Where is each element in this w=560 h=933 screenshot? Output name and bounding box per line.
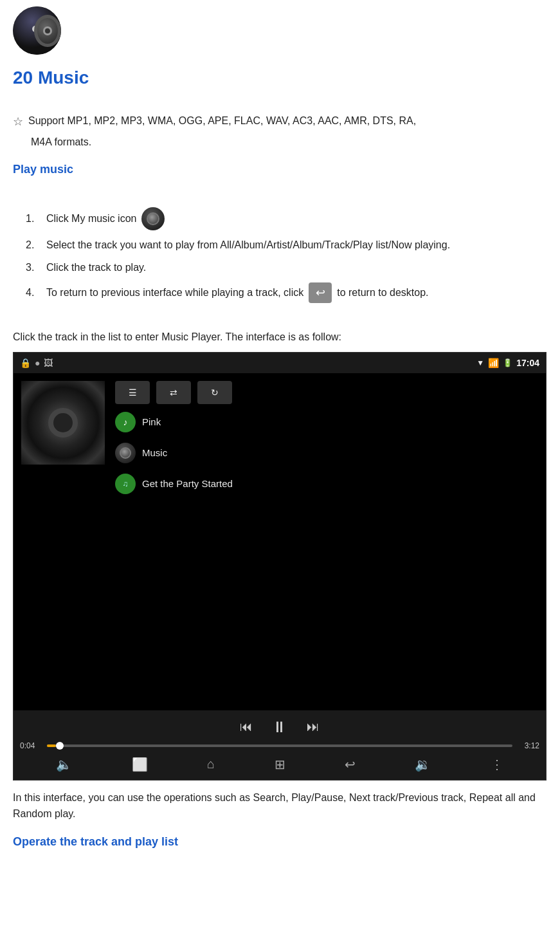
time-total: 3:12 [518,741,539,750]
player-screenshot: 🔒 ● 🖼 ▼ 📶 🔋 17:04 ☰ ⇄ [13,352,546,781]
track-label-party: Get the Party Started [142,478,233,489]
step2-text: Select the track you want to play from A… [46,237,450,254]
dot-icon: ● [35,358,40,368]
step3-text: Click the track to play. [46,259,146,276]
track-icon-party: ♫ [115,474,136,494]
lock-icon: 🔒 [20,358,31,368]
status-bar-right: ▼ 📶 🔋 17:04 [476,358,539,368]
track-icon-music [115,443,136,463]
transport-controls: ⏮ ⏸ ⏭ [14,716,546,740]
list-button[interactable]: ☰ [115,381,150,404]
volume-up-icon[interactable]: 🔉 [415,757,431,772]
status-icons: 🔒 ● 🖼 [20,358,53,368]
home-icon[interactable]: ⌂ [207,757,215,771]
track-row-pink[interactable]: ♪ Pink [115,409,538,435]
shuffle-icon: ⇄ [170,387,177,398]
progress-thumb[interactable] [56,742,64,750]
interface-intro-text: Click the track in the list to enter Mus… [13,329,547,346]
back-button-icon: ↩ [309,282,332,303]
prev-track-button[interactable]: ⏮ [240,719,253,734]
operate-heading: Operate the track and play list [13,835,547,849]
step-1: 1. Click My music icon [26,207,547,230]
signal-icon: 📶 [488,358,499,368]
step4-text: To return to previous interface while pl… [46,284,303,301]
progress-bar[interactable] [47,744,512,747]
repeat-icon: ↻ [211,387,219,398]
step-2: 2. Select the track you want to play fro… [26,237,547,254]
track-row-music[interactable]: Music [115,440,538,466]
wifi-icon: ▼ [476,358,484,367]
play-music-heading: Play music [13,163,547,176]
star-icon: ☆ [13,113,23,131]
image-icon: 🖼 [44,358,53,368]
status-bar-left: 🔒 ● 🖼 [20,358,53,368]
time-elapsed: 0:04 [20,741,42,750]
volume-down-icon[interactable]: 🔈 [56,757,72,772]
track-label-music: Music [142,447,167,458]
player-controls-top: ☰ ⇄ ↻ [115,381,538,404]
step1-text: Click My music icon [46,210,136,227]
logo-icon [13,6,547,55]
more-icon[interactable]: ⋮ [491,757,503,772]
system-nav: 🔈 ⬜ ⌂ ⊞ ↩ 🔉 ⋮ [14,752,546,777]
support-formats: ☆ Support MP1, MP2, MP3, WMA, OGG, APE, … [13,113,547,148]
track-label-pink: Pink [142,416,161,427]
progress-fill [47,744,56,747]
screen-icon[interactable]: ⊞ [275,757,285,772]
player-content: ☰ ⇄ ↻ ♪ Pink Music [14,373,546,504]
shuffle-button[interactable]: ⇄ [156,381,191,404]
next-track-button[interactable]: ⏭ [307,719,320,734]
status-bar: 🔒 ● 🖼 ▼ 📶 🔋 17:04 [14,353,546,373]
window-icon[interactable]: ⬜ [132,757,148,772]
pause-button[interactable]: ⏸ [272,718,287,736]
formats-line2: M4A formats. [31,136,547,148]
party-note-icon: ♫ [123,479,129,488]
support-text: Support MP1, MP2, MP3, WMA, OGG, APE, FL… [28,113,416,129]
battery-icon: 🔋 [503,358,512,367]
repeat-button[interactable]: ↻ [197,381,232,404]
list-icon: ☰ [129,387,137,398]
track-icon-pink: ♪ [115,412,136,432]
clock-display: 17:04 [516,358,539,368]
step-4: 4. To return to previous interface while… [26,282,547,303]
description-text: In this interface, you can use the opera… [13,790,547,822]
album-art [21,381,105,465]
play-instructions: 1. Click My music icon 2. Select the tra… [26,207,547,303]
pink-note-icon: ♪ [123,417,128,427]
music-icon-inline [141,207,165,230]
player-bottom: ⏮ ⏸ ⏭ 0:04 3:12 🔈 ⬜ ⌂ ⊞ ↩ 🔉 ⋮ [14,710,546,780]
step4b-text: to return to desktop. [337,284,428,301]
player-right-panel: ☰ ⇄ ↻ ♪ Pink Music [115,381,538,497]
step-3: 3. Click the track to play. [26,259,547,276]
chapter-title: 20 Music [13,68,547,88]
player-dark-area [14,504,546,710]
back-icon[interactable]: ↩ [345,757,356,772]
track-row-party[interactable]: ♫ Get the Party Started [115,471,538,497]
time-bar: 0:04 3:12 [14,740,546,752]
